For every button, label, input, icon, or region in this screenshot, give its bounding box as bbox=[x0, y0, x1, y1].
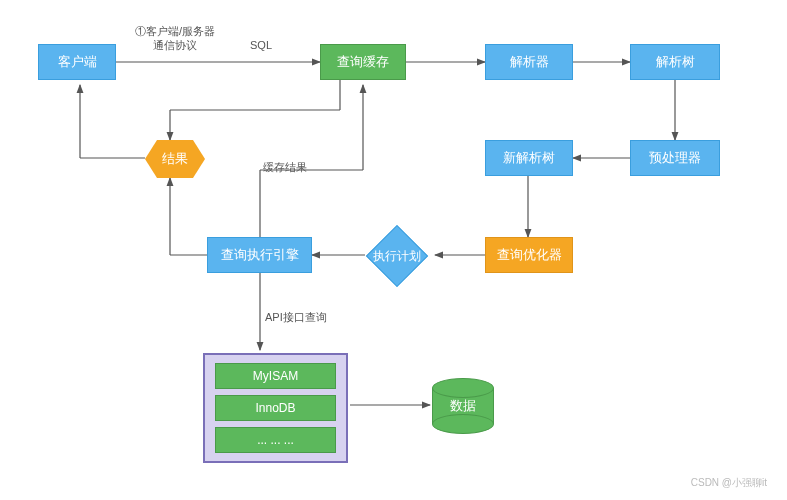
node-parse-tree: 解析树 bbox=[630, 44, 720, 80]
node-parser: 解析器 bbox=[485, 44, 573, 80]
label-protocol: ①客户端/服务器 通信协议 bbox=[120, 24, 230, 53]
node-new-parse-tree: 新解析树 bbox=[485, 140, 573, 176]
storage-other: ... ... ... bbox=[215, 427, 336, 453]
storage-myisam: MyISAM bbox=[215, 363, 336, 389]
node-storage-engines: MyISAM InnoDB ... ... ... bbox=[203, 353, 348, 463]
label-protocol-l1: ①客户端/服务器 bbox=[135, 25, 215, 37]
data-label: 数据 bbox=[432, 378, 494, 434]
node-client: 客户端 bbox=[38, 44, 116, 80]
node-query-cache: 查询缓存 bbox=[320, 44, 406, 80]
exec-plan-label: 执行计划 bbox=[361, 234, 433, 278]
node-result: 结果 bbox=[145, 140, 205, 178]
storage-innodb: InnoDB bbox=[215, 395, 336, 421]
node-preprocessor: 预处理器 bbox=[630, 140, 720, 176]
node-exec-plan: 执行计划 bbox=[375, 234, 419, 278]
watermark: CSDN @小强聊it bbox=[691, 476, 767, 490]
node-data-cylinder: 数据 bbox=[432, 378, 494, 434]
label-api-query: API接口查询 bbox=[265, 310, 327, 324]
node-optimizer: 查询优化器 bbox=[485, 237, 573, 273]
label-cache-result: 缓存结果 bbox=[263, 160, 307, 174]
diagram-canvas: 客户端 查询缓存 解析器 解析树 预处理器 新解析树 查询优化器 执行计划 查询… bbox=[0, 0, 787, 500]
label-protocol-l2: 通信协议 bbox=[153, 39, 197, 51]
node-exec-engine: 查询执行引擎 bbox=[207, 237, 312, 273]
label-sql: SQL bbox=[250, 38, 272, 52]
